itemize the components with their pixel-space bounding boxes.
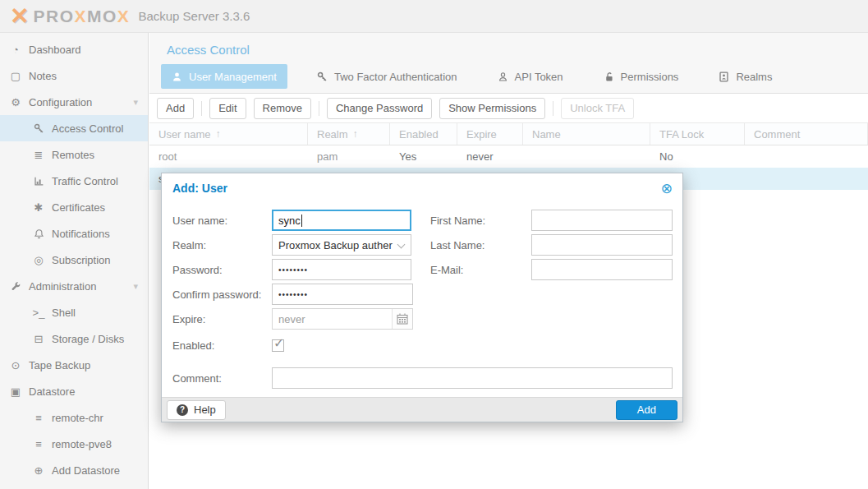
column-header-user-name[interactable]: User name ↑ [149, 123, 308, 145]
sidebar-item-add-datastore[interactable]: ⊕ Add Datastore ▾ [0, 457, 148, 483]
sidebar-item-certificates[interactable]: ✱ Certificates ▾ [0, 194, 148, 220]
sidebar-item-label: remote-pve8 [52, 438, 112, 450]
sidebar: ◔ Dashboard ▾ ▢ Notes ▾ ⚙ Configuration … [0, 33, 149, 489]
sidebar-item-label: Administration [29, 280, 96, 293]
expire-label: Expire: [172, 313, 272, 325]
tab-label: Two Factor Authentication [334, 71, 457, 83]
app-header: ✕ PROXMOX Backup Server 3.3.6 [0, 0, 868, 33]
dialog-header[interactable]: Add: User ⊗ [162, 173, 682, 203]
address-book-icon [719, 72, 729, 82]
sidebar-item-dashboard[interactable]: ◔ Dashboard ▾ [0, 36, 148, 62]
column-header-expire[interactable]: Expire [457, 123, 523, 145]
column-header-comment[interactable]: Comment [745, 123, 868, 145]
tab-realms[interactable]: Realms [708, 64, 783, 89]
text-caret [301, 215, 302, 227]
sidebar-item-label: Access Control [52, 122, 123, 135]
add-button[interactable]: Add [157, 98, 194, 119]
dialog-footer: ? Help Add [162, 397, 682, 422]
sidebar-item-storage-disks[interactable]: ⊟ Storage / Disks ▾ [0, 325, 148, 352]
dialog-title: Add: User [172, 182, 227, 195]
first-name-input[interactable] [531, 210, 673, 231]
help-icon: ? [177, 404, 188, 416]
proxmox-logo-icon: ✕ [10, 5, 29, 28]
table-header-row: User name ↑ Realm ↑ Enabled Expire Name … [149, 122, 868, 145]
sidebar-item-label: Remotes [52, 149, 94, 161]
chevron-down-icon [397, 241, 406, 249]
subscription-icon: ◎ [31, 255, 46, 265]
datastore-icon: ▣ [8, 386, 23, 397]
user-icon [172, 72, 182, 82]
sort-asc-icon: ↑ [216, 128, 221, 140]
add-user-dialog: Add: User ⊗ User name: sync First Name: … [161, 173, 683, 422]
change-password-button[interactable]: Change Password [327, 98, 432, 119]
tab-permissions[interactable]: Permissions [593, 64, 690, 89]
table-cell: No [650, 150, 745, 163]
toolbar: AddEditRemoveChange PasswordShow Permiss… [149, 94, 868, 122]
password-label: Password: [172, 264, 272, 276]
email-input[interactable] [531, 259, 673, 280]
database-icon: ≡ [31, 413, 46, 423]
gears-icon: ⚙ [8, 97, 23, 108]
dialog-body: User name: sync First Name: Realm: Proxm… [162, 203, 682, 389]
sidebar-item-tape-backup[interactable]: ⊙ Tape Backup ▾ [0, 352, 148, 378]
sidebar-item-label: Shell [52, 307, 76, 319]
first-name-label: First Name: [430, 215, 531, 227]
sidebar-item-remote-chr[interactable]: ≡ remote-chr ▾ [0, 404, 148, 431]
toolbar-separator [319, 101, 319, 116]
username-label: User name: [172, 215, 272, 227]
sidebar-item-remotes[interactable]: ≣ Remotes ▾ [0, 141, 148, 168]
enabled-label: Enabled: [172, 339, 272, 352]
chart-icon [31, 175, 46, 187]
last-name-input[interactable] [531, 234, 673, 256]
enabled-checkbox[interactable]: ✓ [272, 339, 284, 352]
database-icon: ≡ [31, 439, 46, 450]
column-header-tfa-lock[interactable]: TFA Lock [650, 123, 745, 145]
sidebar-item-datastore[interactable]: ▣ Datastore ▾ [0, 378, 148, 404]
column-header-enabled[interactable]: Enabled [390, 123, 457, 145]
disks-icon: ⊟ [31, 334, 46, 344]
sidebar-item-configuration[interactable]: ⚙ Configuration ▾ [0, 89, 148, 115]
sidebar-item-shell[interactable]: >_ Shell ▾ [0, 299, 148, 325]
close-icon[interactable]: ⊗ [661, 182, 673, 196]
tab-user-management[interactable]: User Management [161, 64, 287, 89]
realm-select[interactable]: Proxmox Backup auther [272, 234, 411, 256]
confirm-password-input[interactable] [272, 284, 413, 305]
sidebar-item-traffic-control[interactable]: Traffic Control ▾ [0, 168, 148, 194]
column-header-name[interactable]: Name [523, 123, 650, 145]
shell-icon: >_ [31, 307, 46, 318]
sidebar-item-label: Notes [29, 70, 57, 82]
tab-label: Permissions [621, 71, 679, 83]
sidebar-item-label: Traffic Control [52, 175, 118, 187]
username-input[interactable]: sync [272, 210, 411, 231]
sidebar-item-label: Datastore [29, 385, 75, 398]
tab-two-factor-authentication[interactable]: Two Factor Authentication [306, 64, 468, 89]
tab-label: Realms [736, 71, 772, 83]
table-row[interactable]: rootpamYesneverNo [149, 145, 868, 168]
calendar-icon[interactable] [392, 309, 412, 329]
toolbar-separator [201, 101, 202, 116]
column-header-realm[interactable]: Realm ↑ [308, 123, 390, 145]
help-button[interactable]: ? Help [167, 400, 226, 420]
sidebar-item-administration[interactable]: Administration ▾ [0, 273, 148, 299]
comment-label: Comment: [172, 372, 272, 385]
show-permissions-button[interactable]: Show Permissions [439, 98, 545, 119]
table-cell: Yes [390, 150, 457, 163]
tab-api-token[interactable]: API Token [487, 64, 574, 89]
page-title: Access Control [149, 33, 868, 57]
sidebar-item-label: Notifications [52, 228, 110, 240]
sidebar-item-remote-pve8[interactable]: ≡ remote-pve8 ▾ [0, 431, 148, 457]
wrench-icon [8, 280, 23, 292]
sidebar-item-subscription[interactable]: ◎ Subscription ▾ [0, 247, 148, 273]
comment-input[interactable] [272, 367, 673, 389]
sidebar-item-access-control[interactable]: Access Control ▾ [0, 115, 148, 141]
sidebar-item-label: Dashboard [29, 44, 81, 56]
email-label: E-Mail: [430, 264, 531, 276]
sidebar-item-notes[interactable]: ▢ Notes ▾ [0, 62, 148, 89]
password-input[interactable] [272, 259, 411, 280]
edit-button[interactable]: Edit [209, 98, 246, 119]
tab-bar: User Management Two Factor Authenticatio… [161, 64, 868, 89]
sidebar-item-notifications[interactable]: Notifications ▾ [0, 220, 148, 247]
add-submit-button[interactable]: Add [616, 400, 677, 420]
remove-button[interactable]: Remove [254, 98, 311, 119]
sidebar-item-label: Certificates [52, 201, 105, 214]
